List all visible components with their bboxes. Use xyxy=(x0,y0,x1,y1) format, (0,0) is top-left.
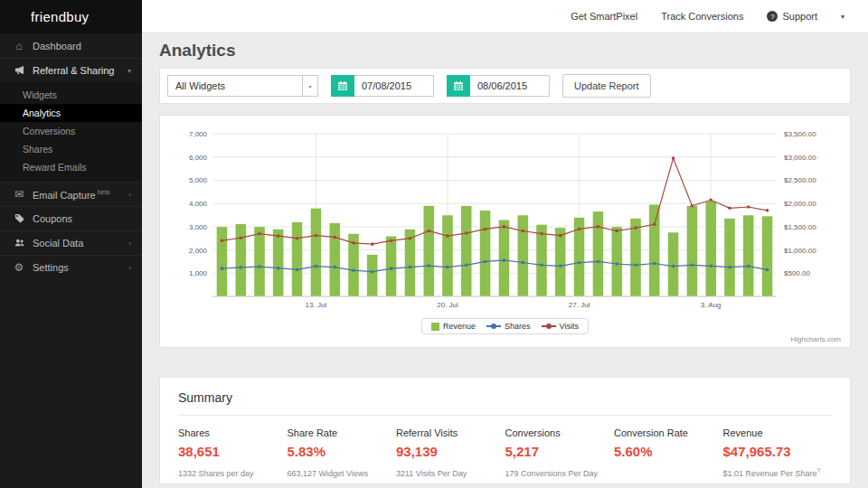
stat-conversion-rate: Conversion Rate 5.60% xyxy=(614,427,723,478)
stat-revenue: Revenue $47,965.73 $1.01 Revenue Per Sha… xyxy=(723,427,833,478)
chevron-right-icon: › xyxy=(128,239,131,248)
sidebar-item-referral-sharing[interactable]: Referral & Sharing ▾ xyxy=(0,58,142,82)
sidebar-item-label: Dashboard xyxy=(33,41,81,52)
sidebar: friendbuy ⌂ Dashboard Referral & Sharing… xyxy=(0,0,142,488)
sidebar-item-label: Referral & Sharing xyxy=(33,65,115,76)
tag-icon xyxy=(13,213,25,225)
sidebar-item-dashboard[interactable]: ⌂ Dashboard xyxy=(0,33,142,58)
svg-text:3. Aug: 3. Aug xyxy=(701,301,722,309)
sidebar-item-email-capture[interactable]: ✉ Email Capturebeta › xyxy=(0,182,142,206)
question-circle-icon: ? xyxy=(767,11,778,22)
chart-legend: Revenue Shares Visits xyxy=(160,318,850,334)
brand-logo[interactable]: friendbuy xyxy=(0,0,142,33)
legend-label: Revenue xyxy=(443,322,476,331)
stat-share-rate: Share Rate 5.83% 663,127 Widget Views xyxy=(288,427,397,478)
calendar-from-button[interactable] xyxy=(331,75,354,97)
svg-text:$1,500.00: $1,500.00 xyxy=(784,223,816,231)
svg-text:27. Jul: 27. Jul xyxy=(569,301,590,309)
sidebar-item-widgets[interactable]: Widgets xyxy=(0,86,142,104)
date-to-group xyxy=(447,75,550,97)
sidebar-item-label: Settings xyxy=(33,262,69,273)
topbar: Get SmartPixel Track Conversions ? Suppo… xyxy=(142,0,868,33)
svg-text:5,000: 5,000 xyxy=(189,176,208,184)
update-report-button[interactable]: Update Report xyxy=(562,74,651,98)
svg-text:1,000: 1,000 xyxy=(189,269,208,277)
envelope-icon: ✉ xyxy=(13,189,25,200)
widget-select-value[interactable]: All Widgets xyxy=(167,75,303,97)
home-icon: ⌂ xyxy=(13,41,25,52)
legend-swatch-visits xyxy=(542,325,556,327)
legend-swatch-revenue xyxy=(431,323,439,331)
legend-item-shares[interactable]: Shares xyxy=(486,322,531,331)
widget-select-caret-icon[interactable]: ▾ xyxy=(303,75,318,97)
beta-badge: beta xyxy=(98,189,110,195)
svg-text:$3,000.00: $3,000.00 xyxy=(784,154,816,162)
chevron-right-icon: › xyxy=(128,191,131,199)
svg-text:$2,500.00: $2,500.00 xyxy=(784,176,816,184)
widget-select[interactable]: All Widgets ▾ xyxy=(167,75,318,97)
stat-conversions: Conversions 5,217 179 Conversions Per Da… xyxy=(505,427,615,478)
track-conversions-link[interactable]: Track Conversions xyxy=(661,11,743,22)
legend-label: Visits xyxy=(560,322,579,331)
highcharts-credit[interactable]: Highcharts.com xyxy=(790,335,841,343)
calendar-icon xyxy=(337,80,348,91)
sidebar-item-social-data[interactable]: Social Data › xyxy=(0,230,142,255)
svg-text:2,000: 2,000 xyxy=(189,247,208,255)
megaphone-icon xyxy=(13,65,25,77)
gear-icon: ⚙ xyxy=(13,262,25,273)
svg-text:13. Jul: 13. Jul xyxy=(306,301,327,309)
svg-text:20. Jul: 20. Jul xyxy=(437,301,458,309)
analytics-chart: 1,0002,0003,0004,0005,0006,0007,000$500.… xyxy=(173,125,836,320)
filter-bar: All Widgets ▾ Update Report xyxy=(159,68,851,104)
svg-text:$3,500.00: $3,500.00 xyxy=(784,130,816,138)
svg-text:$1,000.00: $1,000.00 xyxy=(784,247,816,255)
date-to-input[interactable] xyxy=(470,75,550,97)
date-from-group xyxy=(331,75,434,97)
sidebar-item-coupons[interactable]: Coupons xyxy=(0,206,142,230)
svg-text:7,000: 7,000 xyxy=(189,130,208,138)
svg-text:3,000: 3,000 xyxy=(189,223,208,231)
legend-item-revenue[interactable]: Revenue xyxy=(431,322,476,331)
legend-item-visits[interactable]: Visits xyxy=(542,322,579,331)
svg-text:$2,000.00: $2,000.00 xyxy=(784,200,816,208)
chevron-right-icon: › xyxy=(128,264,131,272)
svg-text:$500.00: $500.00 xyxy=(784,269,810,277)
get-smartpixel-link[interactable]: Get SmartPixel xyxy=(571,11,637,22)
calendar-icon xyxy=(453,80,464,91)
page-title: Analytics xyxy=(159,41,235,61)
sidebar-item-label: Coupons xyxy=(33,213,72,224)
summary-card: Summary Shares 38,651 1332 Shares per da… xyxy=(159,377,851,484)
chevron-down-icon: ▾ xyxy=(127,67,131,75)
svg-text:4,000: 4,000 xyxy=(189,200,208,208)
sidebar-item-settings[interactable]: ⚙ Settings › xyxy=(0,255,142,279)
support-link[interactable]: ? Support xyxy=(767,11,817,22)
legend-label: Shares xyxy=(505,322,531,331)
chart-card: 1,0002,0003,0004,0005,0006,0007,000$500.… xyxy=(159,115,851,348)
sidebar-item-conversions[interactable]: Conversions xyxy=(0,122,142,140)
summary-title: Summary xyxy=(178,390,832,416)
account-dropdown-caret[interactable]: ▾ xyxy=(841,13,844,21)
sidebar-item-label: Social Data xyxy=(33,238,83,249)
date-from-input[interactable] xyxy=(354,75,434,97)
summary-stats: Shares 38,651 1332 Shares per day Share … xyxy=(178,427,832,478)
sidebar-item-reward-emails[interactable]: Reward Emails xyxy=(0,158,142,176)
stat-referral-visits: Referral Visits 93,139 3211 Visits Per D… xyxy=(396,427,505,478)
referral-sharing-submenu: Widgets Analytics Conversions Shares Rew… xyxy=(0,82,142,182)
calendar-to-button[interactable] xyxy=(447,75,470,97)
sidebar-item-shares[interactable]: Shares xyxy=(0,140,142,158)
svg-text:6,000: 6,000 xyxy=(189,154,208,162)
users-icon xyxy=(13,238,25,249)
legend-swatch-shares xyxy=(486,325,501,327)
sidebar-item-label: Email Capturebeta xyxy=(33,189,109,201)
sidebar-item-analytics[interactable]: Analytics xyxy=(0,104,142,122)
stat-shares: Shares 38,651 1332 Shares per day xyxy=(178,427,288,478)
